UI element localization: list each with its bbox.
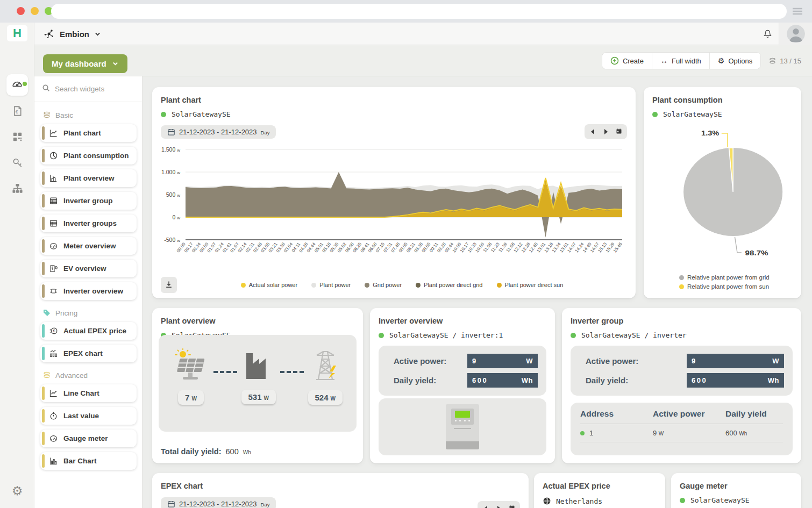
power-panel: Active power: 9 W Daily yield: 600 Wh xyxy=(571,346,793,396)
section-label: Advanced xyxy=(55,371,88,380)
sidebar-item-meter-overview[interactable]: Meter overview xyxy=(40,237,137,255)
download-button[interactable] xyxy=(161,277,177,293)
consumption-pie: 1.3%98.7% xyxy=(644,119,801,262)
svg-text:1.000 w: 1.000 w xyxy=(161,169,180,175)
widget-item-label: EV overview xyxy=(63,264,106,273)
prev-period-button[interactable] xyxy=(586,125,599,138)
sidebar-item-gauge-meter[interactable]: Gauge meter xyxy=(40,430,137,447)
sidebar-item-actual-epex-price[interactable]: €Actual EPEX price xyxy=(40,322,137,340)
sidebar-item-access[interactable] xyxy=(0,152,34,175)
notifications-button[interactable] xyxy=(756,23,779,45)
plant-power-value: 531W xyxy=(241,390,276,404)
svg-text:1.500 w: 1.500 w xyxy=(161,146,180,153)
prev-period-button[interactable] xyxy=(479,502,492,508)
widget-item-label: Plant chart xyxy=(63,129,101,137)
sidebar-item-line-chart[interactable]: Line Chart xyxy=(40,384,137,402)
create-label: Create xyxy=(623,57,644,65)
user-menu[interactable] xyxy=(779,23,812,45)
apps-grid-icon xyxy=(11,131,24,145)
status-dot xyxy=(680,498,685,503)
sidebar-item-plant-overview[interactable]: Plant overview xyxy=(40,169,137,187)
dashboard-selector-label: My dashboard xyxy=(52,59,106,68)
tag-icon xyxy=(42,309,51,317)
date-range-picker[interactable]: 21-12-2023 - 21-12-2023 Day xyxy=(161,497,276,508)
minimize-window-button[interactable] xyxy=(31,7,39,15)
sidebar-item-plant-chart[interactable]: Plant chart xyxy=(40,124,137,142)
sidebar-item-inverter-groups[interactable]: Inverter groups xyxy=(40,214,137,232)
options-button[interactable]: ⚙ Options xyxy=(709,53,760,69)
bar-chart-icon xyxy=(49,456,58,466)
grid-tower-icon xyxy=(310,348,341,384)
url-bar[interactable] xyxy=(51,4,787,19)
sidebar-item-topology[interactable] xyxy=(0,177,34,201)
sidebar-item-dashboard[interactable] xyxy=(6,74,28,96)
hamburger-icon[interactable] xyxy=(792,6,803,17)
active-power-value: 9 W xyxy=(467,354,538,368)
widget-item-label: Plant overview xyxy=(63,174,115,182)
calendar-icon xyxy=(167,128,175,136)
widget-plant-overview: Plant overview SolarGatewaySE xyxy=(152,308,363,463)
bell-icon xyxy=(762,27,773,40)
widget-item-label: EPEX chart xyxy=(63,349,103,357)
svg-text:98.7%: 98.7% xyxy=(745,249,768,257)
calendar-button[interactable] xyxy=(612,125,626,138)
sidebar-item-inverter-overview[interactable]: Inverter overview xyxy=(40,282,137,300)
legend-item-plant-power-direct-sun[interactable]: Plant power direct sun xyxy=(497,282,564,288)
app-logo[interactable]: H xyxy=(7,25,27,41)
legend-item-plant-power-direct-grid[interactable]: Plant power direct grid xyxy=(416,282,482,288)
sidebar-item-inverter-group[interactable]: Inverter group xyxy=(40,192,137,210)
legend-item-actual-solar-power[interactable]: Actual solar power xyxy=(241,282,298,288)
download-icon xyxy=(165,280,173,290)
full-width-button[interactable]: ↔ Full width xyxy=(652,53,709,69)
date-granularity: Day xyxy=(261,502,270,507)
legend-label: Relative plant power from sun xyxy=(687,283,769,290)
sidebar-item-ev-overview[interactable]: EV overview xyxy=(40,260,137,277)
legend-item-grid-power[interactable]: Grid power xyxy=(365,282,402,288)
widget-title: Inverter group xyxy=(571,317,793,325)
section-label: Pricing xyxy=(55,309,77,317)
active-power-cell: 9 W xyxy=(653,429,725,437)
sidebar-item-epex-chart[interactable]: EPEX chart xyxy=(40,345,137,362)
settings-button[interactable]: ⚙ xyxy=(0,481,34,500)
table-icon xyxy=(49,196,58,205)
grid-power-value: 524W xyxy=(308,390,343,405)
legend-dot xyxy=(416,283,421,288)
date-range-picker[interactable]: 21-12-2023 - 21-12-2023 Day xyxy=(161,125,276,139)
widget-title: Plant chart xyxy=(161,96,627,104)
sidebar-item-plant-consumption[interactable]: Plant consumption xyxy=(40,147,137,164)
arrows-horizontal-icon: ↔ xyxy=(660,57,668,65)
sidebar-item-apps[interactable] xyxy=(0,126,34,149)
widget-gauge-meter: Gauge meter SolarGatewaySE xyxy=(671,473,801,508)
stopwatch-icon xyxy=(49,411,58,420)
widget-item-label: Meter overview xyxy=(63,242,116,250)
dashboard-toolbar: My dashboard Create ↔ Full width ⚙ xyxy=(34,45,812,76)
svg-text:-500 w: -500 w xyxy=(164,237,180,243)
legend-dot xyxy=(241,283,246,288)
active-indicator-dot xyxy=(23,82,27,86)
next-period-button[interactable] xyxy=(599,125,612,138)
create-button[interactable]: Create xyxy=(602,53,652,69)
widget-title: Plant consumption xyxy=(652,96,793,104)
widget-title: Plant overview xyxy=(161,317,354,325)
next-period-button[interactable] xyxy=(492,502,505,508)
search-input[interactable] xyxy=(55,85,134,93)
org-selector[interactable]: Embion xyxy=(43,23,101,45)
legend-dot xyxy=(679,275,684,280)
legend-item-plant-power[interactable]: Plant power xyxy=(311,282,351,288)
close-window-button[interactable] xyxy=(17,7,25,15)
widget-item-label: Line Chart xyxy=(63,389,99,397)
sidebar-item-last-value[interactable]: Last value xyxy=(40,407,137,425)
sidebar-item-invoices[interactable]: € xyxy=(0,100,34,124)
plant-chart-plot: 1.500 w1.000 w500 w0 w-500 w00:0000:1700… xyxy=(161,140,627,269)
legend-label: Plant power direct sun xyxy=(505,282,564,288)
daily-yield-label: Daily yield: xyxy=(579,376,628,385)
total-daily-yield: Total daily yield: 600 Wh xyxy=(161,447,251,456)
sidebar-item-bar-chart[interactable]: Bar Chart xyxy=(40,452,137,470)
nav-rail: H € ⚙ xyxy=(0,23,34,508)
legend-item-relative-plant-power-from-sun[interactable]: Relative plant power from sun xyxy=(679,283,769,290)
calendar-button[interactable] xyxy=(505,502,519,508)
dashboard-selector-button[interactable]: My dashboard xyxy=(43,54,127,73)
layers-icon xyxy=(768,57,777,65)
daily-yield-value: 600 Wh xyxy=(467,373,538,388)
legend-item-relative-plant-power-from-grid[interactable]: Relative plant power from grid xyxy=(679,274,770,281)
